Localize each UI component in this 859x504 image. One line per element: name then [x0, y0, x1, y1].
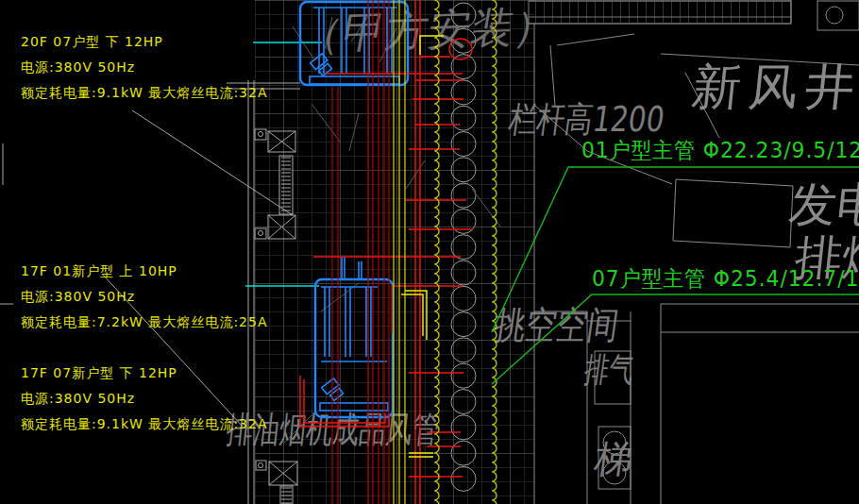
unit-note-line: 17F 01新户型 上 10HP — [21, 264, 177, 277]
unit-note-line: 17F 07新户型 下 12HP — [21, 366, 177, 379]
drain-lines-cyan — [245, 42, 322, 286]
unit-note-line: 额定耗电量:9.1kW 最大熔丝电流:32A — [21, 417, 268, 430]
unit-note-line: 额定耗电量:9.1kW 最大熔丝电流:32A — [21, 86, 268, 99]
unit-note-line: 电源:380V 50Hz — [21, 290, 135, 303]
ac-unit-top — [300, 2, 408, 85]
unit-note-line: 20F 07户型 下 12HP — [21, 35, 163, 48]
unit-note-line: 电源:380V 50Hz — [21, 392, 135, 405]
red-callout-circle — [449, 39, 472, 59]
cad-viewport: （甲方安装） 栏杆高1200 新风井 发电 排烟 挑空空间 排气 梯 排油烟机成… — [0, 0, 859, 504]
refrigerant-risers-red — [332, 0, 392, 504]
riser-label-01: 01户型主管 Φ22.23/9.5/12.7 — [581, 140, 859, 161]
riser-label-07: 07户型主管 Φ25.4/12.7/15.9 — [592, 268, 859, 290]
unit-note-line: 电源:380V 50Hz — [21, 60, 135, 74]
ac-unit-bottom — [315, 257, 393, 417]
unit-note-line: 额定耗电量:7.2kW 最大熔丝电流:25A — [21, 315, 268, 328]
refrigerant-branches-red — [300, 0, 472, 504]
pipes-yellow — [394, 0, 497, 504]
